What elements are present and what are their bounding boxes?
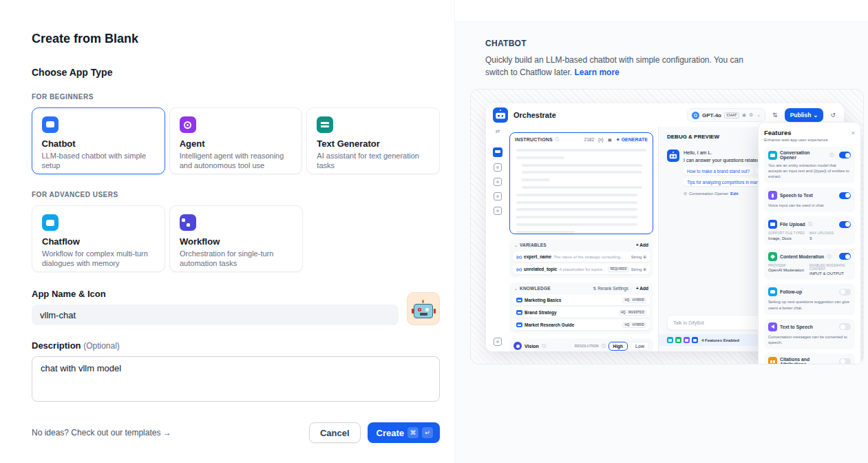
- chatflow-icon: [42, 214, 59, 231]
- create-button[interactable]: Create ⌘ ↵: [368, 422, 440, 443]
- sidebar-bottom-icon: [494, 338, 502, 346]
- resolution-low: Low: [631, 342, 649, 351]
- resolution-label: RESOLUTION: [575, 344, 599, 348]
- advanced-cards: Chatflow Workflow for complex multi-turn…: [32, 205, 440, 272]
- config-column: INSTRUCTIONS ⓘ 2182 {x} ▣ ✦ GENERATE: [509, 127, 658, 351]
- app-type-card-workflow[interactable]: Workflow Orchestration for single-turn a…: [169, 205, 303, 272]
- features-title: Features: [764, 129, 792, 136]
- follow-up-icon: [768, 287, 777, 296]
- sidebar-orchestrate-icon: [493, 147, 502, 157]
- sidebar-notes-icon: [494, 192, 502, 200]
- dataset-icon: [516, 310, 522, 315]
- info-icon: ⓘ: [827, 254, 831, 260]
- info-icon: ⓘ: [542, 343, 546, 349]
- vision-label: Vision: [525, 344, 539, 349]
- app-type-card-agent[interactable]: Agent Intelligent agent with reasoning a…: [169, 107, 303, 174]
- section-label-beginners: FOR BEGINNERS: [32, 93, 440, 101]
- moderation-feature-icon: [675, 337, 681, 343]
- app-name-input[interactable]: [32, 305, 399, 325]
- knowledge-card: ⌄ KNOWLEDGE ⇅ Rerank Settings + Add Mark…: [509, 282, 653, 333]
- features-panel: Features × Enhance web-app user experien…: [758, 122, 861, 364]
- suggested-question: How to make a brand stand out?: [684, 167, 753, 175]
- arrow-right-icon: →: [163, 428, 171, 438]
- model-settings-icons: ◉ ⚙: [742, 112, 754, 118]
- orchestrate-title: Orchestrate: [514, 111, 556, 119]
- feature-text-to-speech: Text to Speech Conversation messages can…: [764, 319, 855, 349]
- vision-icon: [514, 342, 522, 350]
- resolution-high: High: [608, 342, 628, 351]
- model-selector: GPT-4o CHAT ◉ ⚙ ⌄: [687, 108, 765, 122]
- chatbot-preview-image: Orchestrate GPT-4o CHAT ◉ ⚙ ⌄ ⇅ Publish⌄…: [470, 89, 864, 364]
- history-icon: ↺: [830, 112, 836, 119]
- info-icon: ⓘ: [602, 343, 606, 349]
- preview-panel: CHATBOT Quickly build an LLM-based chatb…: [455, 0, 868, 463]
- variable-icon: {x}: [516, 255, 522, 259]
- app-name-label: App Name & Icon: [32, 289, 399, 299]
- feature-toggle: [839, 253, 851, 260]
- info-icon: ⓘ: [555, 136, 559, 143]
- feature-file-upload: File Upload ⓘ SUPPORT FILE TYPESImage, D…: [764, 216, 855, 245]
- instructions-title: INSTRUCTIONS: [515, 137, 553, 142]
- templates-link[interactable]: No ideas? Check out our templates →: [32, 428, 171, 438]
- collapse-icon: ⌄: [514, 286, 518, 291]
- description-block: Description (Optional) chat with vllm mo…: [32, 340, 440, 404]
- app-icon-picker[interactable]: [407, 292, 440, 325]
- app-type-card-chatflow[interactable]: Chatflow Workflow for complex multi-turn…: [32, 205, 165, 272]
- instructions-card: INSTRUCTIONS ⓘ 2182 {x} ▣ ✦ GENERATE: [509, 132, 653, 234]
- variable-icon: {x}: [598, 137, 604, 142]
- feature-toggle: [839, 358, 851, 364]
- knowledge-row: Market Research Guide HQ · HYBRID: [513, 320, 650, 330]
- add-variable-button: + Add: [636, 243, 648, 247]
- dataset-icon: [516, 298, 522, 302]
- knowledge-title: KNOWLEDGE: [520, 286, 551, 291]
- feature-toggle: [839, 221, 851, 228]
- preview-title: CHATBOT: [485, 39, 838, 48]
- file-upload-icon: [768, 220, 777, 229]
- chatbot-icon: [42, 116, 59, 133]
- rerank-settings: ⇅ Rerank Settings: [593, 286, 628, 291]
- app-name-row: App Name & Icon: [32, 289, 440, 325]
- variable-row: {x} unrelated_topic A placeholder for to…: [513, 264, 650, 274]
- agent-icon: [180, 116, 196, 133]
- opener-icon: ⊙: [684, 191, 687, 196]
- robot-emoji-icon: [414, 304, 433, 318]
- description-textarea[interactable]: chat with vllm model: [32, 356, 440, 402]
- learn-more-link[interactable]: Learn more: [574, 68, 619, 77]
- create-app-dialog: Create from Blank Choose App Type FOR BE…: [0, 0, 868, 463]
- content-moderation-icon: [768, 252, 777, 261]
- index-badge: HQ · INVERTED: [619, 310, 646, 316]
- app-type-card-chatbot[interactable]: Chatbot LLM-based chatbot with simple se…: [32, 107, 165, 174]
- enter-key-icon: ↵: [422, 427, 433, 438]
- feature-conversation-opener: Conversation Opener ⓘ You are an entity …: [764, 147, 855, 183]
- dify-bot-icon: [493, 107, 508, 123]
- add-knowledge-button: + Add: [636, 286, 648, 291]
- chat-feature-icon: [667, 337, 673, 343]
- switch-icon: ⇄: [496, 128, 500, 134]
- speech-to-text-icon: [768, 191, 777, 200]
- copy-icon: ▣: [608, 137, 612, 143]
- variable-icon: {x}: [516, 267, 522, 271]
- dialog-footer: No ideas? Check out our templates → Canc…: [32, 422, 440, 443]
- required-badge: REQUIRED: [608, 267, 628, 272]
- sidebar-monitor-icon: [494, 207, 502, 215]
- feature-toggle: [839, 192, 851, 199]
- bot-avatar: [667, 150, 679, 162]
- info-icon: ⓘ: [829, 152, 834, 158]
- app-type-card-text-generator[interactable]: Text Generator AI assistant for text gen…: [306, 107, 440, 174]
- dataset-icon: [516, 322, 522, 327]
- sidebar-logs-icon: [494, 178, 502, 186]
- top-strip: [455, 0, 868, 22]
- feature-toggle: [839, 323, 851, 330]
- chevron-down-icon: ⌄: [756, 112, 761, 118]
- citations-icon: [768, 357, 777, 364]
- info-icon: ⓘ: [808, 221, 812, 227]
- features-subtitle: Enhance web-app user experience: [764, 138, 855, 142]
- instructions-skeleton: [510, 145, 653, 234]
- feature-follow-up: Follow-up Setting up next questions sugg…: [764, 284, 855, 314]
- variables-title: VARIABLES: [520, 243, 547, 247]
- text-to-speech-icon: [768, 322, 777, 331]
- knowledge-row: Brand Strategy HQ · INVERTED: [513, 307, 650, 318]
- beginner-cards: Chatbot LLM-based chatbot with simple se…: [32, 107, 440, 174]
- preview-description: Quickly build an LLM-based chatbot with …: [485, 54, 757, 79]
- cancel-button[interactable]: Cancel: [309, 422, 361, 443]
